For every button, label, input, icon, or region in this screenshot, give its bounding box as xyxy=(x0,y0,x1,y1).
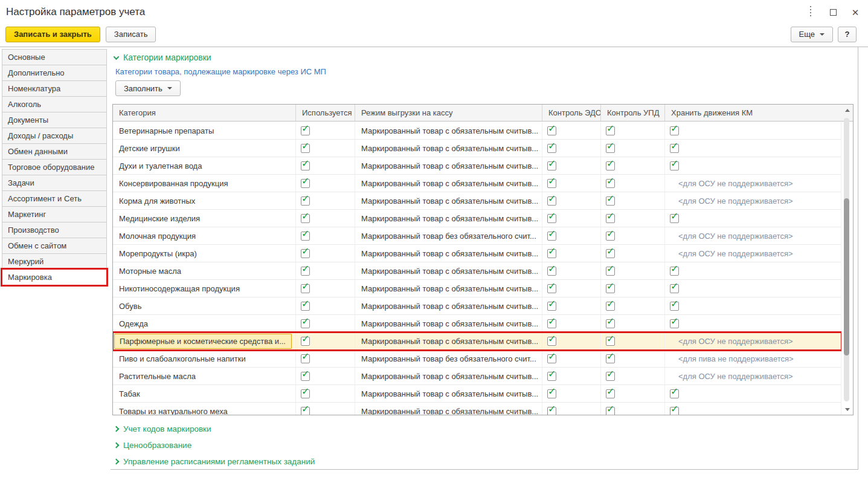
table-row[interactable]: Корма для животныхМаркированный товар с … xyxy=(113,192,841,210)
more-button[interactable]: Еще xyxy=(791,27,833,42)
checkbox-checked-icon[interactable] xyxy=(547,354,556,363)
column-header[interactable]: Контроль УПД xyxy=(601,105,665,121)
window-menu-icon[interactable] xyxy=(805,7,816,18)
table-row[interactable]: Моторные маслаМаркированный товар с обяз… xyxy=(113,262,841,280)
save-button[interactable]: Записать xyxy=(106,27,156,42)
checkbox-checked-icon[interactable] xyxy=(670,302,679,311)
checkbox-checked-icon[interactable] xyxy=(670,407,679,415)
sidebar-item-основные[interactable]: Основные xyxy=(2,49,107,65)
sidebar-item-дополнительно[interactable]: Дополнительно xyxy=(2,65,107,81)
sidebar-item-обмен-данными[interactable]: Обмен данными xyxy=(2,143,107,160)
checkbox-checked-icon[interactable] xyxy=(606,319,615,328)
scrollbar-track[interactable] xyxy=(844,118,849,401)
help-button[interactable]: ? xyxy=(838,27,857,42)
checkbox-checked-icon[interactable] xyxy=(301,319,310,328)
checkbox-checked-icon[interactable] xyxy=(301,161,310,170)
checkbox-checked-icon[interactable] xyxy=(606,249,615,258)
checkbox-checked-icon[interactable] xyxy=(606,232,615,241)
checkbox-checked-icon[interactable] xyxy=(547,161,556,170)
table-row[interactable]: Медицинские изделияМаркированный товар с… xyxy=(113,210,841,227)
table-row[interactable]: Молочная продукцияМаркированный товар бе… xyxy=(113,227,841,245)
column-header[interactable]: Категория xyxy=(113,105,296,121)
checkbox-checked-icon[interactable] xyxy=(301,389,310,398)
checkbox-checked-icon[interactable] xyxy=(547,407,556,415)
checkbox-checked-icon[interactable] xyxy=(547,179,556,188)
table-row[interactable]: ОбувьМаркированный товар с обязательным … xyxy=(113,297,841,315)
sidebar-item-документы[interactable]: Документы xyxy=(2,112,107,128)
table-row[interactable]: Товары из натурального мехаМаркированный… xyxy=(113,403,841,415)
section-toggle[interactable]: Управление расписаниями регламентных зад… xyxy=(114,453,315,470)
checkbox-checked-icon[interactable] xyxy=(301,232,310,241)
vertical-scrollbar[interactable] xyxy=(841,105,853,415)
table-row[interactable]: Ветеринарные препаратыМаркированный това… xyxy=(113,122,841,140)
checkbox-checked-icon[interactable] xyxy=(547,196,556,206)
checkbox-checked-icon[interactable] xyxy=(301,354,310,363)
checkbox-checked-icon[interactable] xyxy=(547,232,556,241)
checkbox-checked-icon[interactable] xyxy=(301,284,310,293)
checkbox-checked-icon[interactable] xyxy=(670,284,679,293)
column-header[interactable]: Контроль ЭДО xyxy=(542,105,601,121)
checkbox-checked-icon[interactable] xyxy=(606,179,615,188)
checkbox-checked-icon[interactable] xyxy=(606,214,615,223)
sidebar-item-алкоголь[interactable]: Алкоголь xyxy=(2,96,107,112)
sidebar-item-ассортимент-и-сеть[interactable]: Ассортимент и Сеть xyxy=(2,190,107,207)
checkbox-checked-icon[interactable] xyxy=(301,196,310,206)
table-row[interactable]: Растительные маслаМаркированный товар с … xyxy=(113,368,841,385)
sidebar-item-меркурий[interactable]: Меркурий xyxy=(2,253,107,270)
sidebar-item-задачи[interactable]: Задачи xyxy=(2,175,107,191)
column-header[interactable]: Хранить движения КМ xyxy=(665,105,853,121)
checkbox-checked-icon[interactable] xyxy=(547,144,556,153)
column-header[interactable]: Режим выгрузки на кассу xyxy=(355,105,542,121)
table-row[interactable]: Детские игрушкиМаркированный товар с обя… xyxy=(113,140,841,157)
checkbox-checked-icon[interactable] xyxy=(547,267,556,276)
checkbox-checked-icon[interactable] xyxy=(547,249,556,258)
checkbox-checked-icon[interactable] xyxy=(301,214,310,223)
checkbox-checked-icon[interactable] xyxy=(670,319,679,328)
checkbox-checked-icon[interactable] xyxy=(547,284,556,293)
checkbox-checked-icon[interactable] xyxy=(547,214,556,223)
checkbox-checked-icon[interactable] xyxy=(670,214,679,223)
scroll-up-icon[interactable] xyxy=(845,109,850,112)
close-icon[interactable]: ✕ xyxy=(850,7,861,18)
checkbox-checked-icon[interactable] xyxy=(301,302,310,311)
checkbox-checked-icon[interactable] xyxy=(606,144,615,153)
checkbox-checked-icon[interactable] xyxy=(606,337,615,346)
checkbox-checked-icon[interactable] xyxy=(301,337,310,346)
fill-button[interactable]: Заполнить xyxy=(115,80,181,96)
checkbox-checked-icon[interactable] xyxy=(670,126,679,135)
checkbox-checked-icon[interactable] xyxy=(301,126,310,135)
table-row[interactable]: Духи и туалетная водаМаркированный товар… xyxy=(113,157,841,175)
checkbox-checked-icon[interactable] xyxy=(547,319,556,328)
table-row[interactable]: Пиво и слабоалкогольные напиткиМаркирова… xyxy=(113,350,841,368)
checkbox-checked-icon[interactable] xyxy=(301,267,310,276)
checkbox-checked-icon[interactable] xyxy=(670,389,679,398)
categories-ismp-link[interactable]: Категории товара, подлежащие маркировке … xyxy=(115,67,326,76)
maximize-icon[interactable] xyxy=(828,7,838,18)
checkbox-checked-icon[interactable] xyxy=(606,267,615,276)
checkbox-checked-icon[interactable] xyxy=(606,126,615,135)
sidebar-item-обмен-с-сайтом[interactable]: Обмен с сайтом xyxy=(2,238,107,254)
save-and-close-button[interactable]: Записать и закрыть xyxy=(5,27,100,42)
column-header[interactable]: Используется xyxy=(296,105,355,121)
table-row[interactable]: ТабакМаркированный товар с обязательным … xyxy=(113,385,841,403)
table-row[interactable]: ОдеждаМаркированный товар с обязательным… xyxy=(113,315,841,333)
table-row[interactable]: Никотиносодержащая продукцияМаркированны… xyxy=(113,280,841,297)
checkbox-checked-icon[interactable] xyxy=(606,372,615,381)
scroll-down-icon[interactable] xyxy=(845,408,850,411)
table-row[interactable]: Консервированная продукцияМаркированный … xyxy=(113,175,841,192)
checkbox-checked-icon[interactable] xyxy=(606,161,615,170)
sidebar-item-торговое-оборудование[interactable]: Торговое оборудование xyxy=(2,159,107,175)
checkbox-checked-icon[interactable] xyxy=(301,249,310,258)
scrollbar-thumb[interactable] xyxy=(844,198,849,355)
checkbox-checked-icon[interactable] xyxy=(547,302,556,311)
checkbox-checked-icon[interactable] xyxy=(606,196,615,206)
table-row[interactable]: Морепродукты (икра)Маркированный товар с… xyxy=(113,245,841,262)
checkbox-checked-icon[interactable] xyxy=(670,144,679,153)
checkbox-checked-icon[interactable] xyxy=(301,144,310,153)
checkbox-checked-icon[interactable] xyxy=(606,354,615,363)
checkbox-checked-icon[interactable] xyxy=(547,337,556,346)
sidebar-item-номенклатура[interactable]: Номенклатура xyxy=(2,80,107,97)
sidebar-item-маркировка[interactable]: Маркировка xyxy=(2,269,107,285)
checkbox-checked-icon[interactable] xyxy=(606,407,615,415)
section-toggle[interactable]: Ценообразование xyxy=(114,437,315,453)
